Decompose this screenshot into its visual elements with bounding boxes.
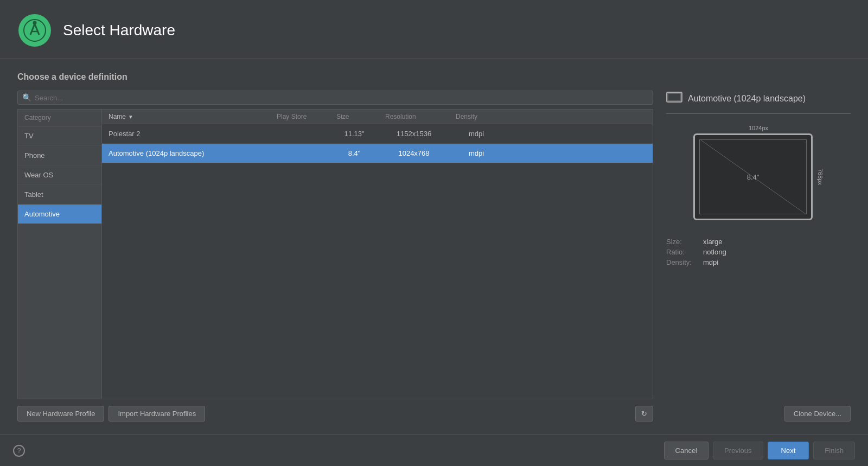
previous-button[interactable]: Previous: [713, 442, 763, 459]
finish-button[interactable]: Finish: [813, 442, 855, 459]
spec-row-density: Density: mdpi: [666, 258, 851, 266]
landscape-device-icon: [666, 91, 682, 104]
dialog-footer: ? Cancel Previous Next Finish: [0, 435, 868, 466]
subtitle-text: Choose a device definition: [17, 72, 851, 82]
col-header-name[interactable]: Name ▼: [102, 113, 270, 120]
col-header-density: Density: [449, 113, 503, 120]
category-header: Category: [18, 110, 101, 126]
search-icon: 🔍: [22, 93, 31, 102]
right-panel: Automotive (1024p landscape) 1024px: [666, 91, 851, 422]
preview-divider: [666, 113, 851, 114]
svg-rect-3: [667, 92, 682, 102]
device-size-cell: 8.4": [330, 144, 379, 163]
table-area: Category TV Phone Wear OS Tablet: [17, 109, 653, 399]
table-row[interactable]: Polestar 2 11.13" 1152x1536 mdpi: [102, 124, 653, 144]
bottom-buttons-area: New Hardware Profile Import Hardware Pro…: [17, 406, 653, 422]
size-diagonal-label: 8.4": [747, 173, 760, 181]
device-specs: Size: xlarge Ratio: notlong Density: mdp…: [666, 238, 851, 269]
table-body: Polestar 2 11.13" 1152x1536 mdpi Automot…: [102, 124, 653, 399]
device-size-cell: 11.13": [330, 124, 379, 143]
clone-btn-area: Clone Device...: [666, 406, 851, 422]
device-name-cell: Polestar 2: [102, 124, 270, 143]
sidebar-item-tv[interactable]: TV: [18, 126, 101, 146]
diagram-row: 8.4" 768px: [693, 133, 824, 220]
dialog-content: Choose a device definition 🔍 Category: [0, 59, 868, 435]
sidebar-item-phone[interactable]: Phone: [18, 146, 101, 165]
cancel-button[interactable]: Cancel: [664, 442, 709, 459]
dialog-header: Select Hardware: [0, 0, 868, 59]
col-header-size: Size: [330, 113, 379, 120]
device-resolution-cell: 1024x768: [379, 144, 449, 163]
page-title: Select Hardware: [63, 22, 175, 39]
spec-label-size: Size:: [666, 238, 699, 246]
height-label: 768px: [817, 169, 824, 185]
device-name-cell: Automotive (1024p landscape): [102, 144, 270, 163]
refresh-icon: ↻: [641, 410, 647, 418]
device-density-cell: mdpi: [449, 144, 503, 163]
clone-device-button[interactable]: Clone Device...: [784, 406, 851, 422]
device-density-cell: mdpi: [449, 124, 503, 143]
col-header-resolution: Resolution: [379, 113, 449, 120]
spec-label-density: Density:: [666, 258, 699, 266]
new-hardware-profile-button[interactable]: New Hardware Profile: [17, 406, 104, 422]
category-list: Category TV Phone Wear OS Tablet: [18, 110, 102, 399]
svg-rect-4: [668, 93, 681, 101]
sidebar-item-automotive[interactable]: Automotive: [18, 205, 101, 224]
next-button[interactable]: Next: [768, 442, 809, 459]
device-table: Name ▼ Play Store Size Resolution: [102, 110, 653, 399]
device-preview-header: Automotive (1024p landscape): [666, 91, 851, 107]
spec-value-size: xlarge: [703, 238, 722, 246]
main-area: 🔍 Category TV Phone: [17, 91, 851, 422]
refresh-button[interactable]: ↻: [635, 406, 653, 422]
device-preview-title: Automotive (1024p landscape): [688, 94, 806, 104]
select-hardware-dialog: Select Hardware Choose a device definiti…: [0, 0, 868, 466]
device-playstore-cell: [270, 129, 330, 139]
svg-point-2: [33, 21, 37, 25]
table-row[interactable]: Automotive (1024p landscape) 8.4" 1024x7…: [102, 144, 653, 163]
sort-arrow-icon: ▼: [128, 114, 133, 120]
device-type-icon: [666, 91, 682, 107]
search-bar[interactable]: 🔍: [17, 91, 653, 105]
sidebar-item-wear-os[interactable]: Wear OS: [18, 165, 101, 185]
width-label: 1024px: [749, 125, 768, 131]
device-frame: 8.4": [693, 133, 813, 220]
device-playstore-cell: [270, 148, 330, 159]
android-studio-icon: [17, 13, 52, 48]
search-input[interactable]: [35, 94, 648, 102]
sidebar-item-tablet[interactable]: Tablet: [18, 185, 101, 205]
table-header-row: Name ▼ Play Store Size Resolution: [102, 110, 653, 124]
footer-left: ?: [13, 445, 25, 457]
device-diagram-area: 1024px 8.4" 768px: [666, 125, 851, 220]
import-hardware-profiles-button[interactable]: Import Hardware Profiles: [108, 406, 205, 422]
spec-row-ratio: Ratio: notlong: [666, 248, 851, 256]
spec-label-ratio: Ratio:: [666, 248, 699, 256]
col-header-playstore: Play Store: [270, 113, 330, 120]
spec-value-ratio: notlong: [703, 248, 726, 256]
spec-row-size: Size: xlarge: [666, 238, 851, 246]
help-button[interactable]: ?: [13, 445, 25, 457]
left-panel: 🔍 Category TV Phone: [17, 91, 653, 422]
device-resolution-cell: 1152x1536: [379, 124, 449, 143]
spec-value-density: mdpi: [703, 258, 718, 266]
